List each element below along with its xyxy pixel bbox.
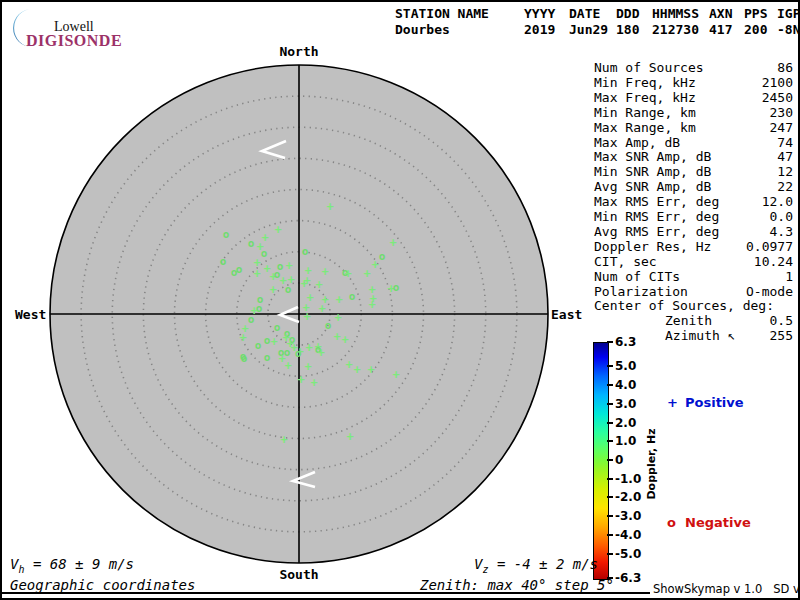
source-marker-positive: +	[392, 369, 399, 381]
source-marker-positive: +	[270, 336, 277, 348]
compass-label-east: East	[551, 307, 582, 322]
source-marker-positive: +	[363, 268, 370, 280]
source-marker-positive: +	[304, 265, 311, 277]
source-marker-positive: +	[353, 364, 360, 376]
source-marker-positive: +	[368, 299, 375, 311]
source-marker-positive: +	[335, 294, 342, 306]
source-marker-negative: o	[349, 291, 356, 303]
source-marker-positive: +	[326, 201, 333, 213]
source-marker-negative: o	[255, 340, 262, 352]
source-marker-negative: o	[274, 269, 281, 281]
source-marker-positive: +	[253, 268, 260, 280]
source-marker-negative: o	[393, 282, 400, 294]
echo-sources-layer: o++o+oo+oo+o++++o+o+++o++oo+o++o++++o++o…	[0, 0, 800, 600]
source-marker-negative: o	[302, 246, 309, 258]
source-marker-positive: +	[269, 284, 276, 296]
source-marker-positive: +	[280, 434, 287, 446]
source-marker-negative: o	[248, 314, 255, 326]
compass-label-south: South	[279, 567, 318, 582]
source-marker-positive: +	[300, 278, 307, 290]
source-marker-positive: +	[285, 260, 292, 272]
source-marker-positive: +	[239, 332, 246, 344]
source-marker-negative: o	[220, 256, 227, 268]
source-marker-positive: +	[367, 364, 374, 376]
source-marker-positive: +	[310, 377, 317, 389]
source-marker-negative: o	[223, 229, 230, 241]
compass-label-west: West	[15, 307, 46, 322]
source-marker-positive: +	[304, 361, 311, 373]
source-marker-negative: o	[248, 238, 255, 250]
source-marker-positive: +	[321, 266, 328, 278]
source-marker-positive: +	[334, 312, 341, 324]
source-marker-negative: o	[379, 251, 386, 263]
source-marker-negative: o	[261, 248, 268, 260]
showskymap-window: Lowell DIGISONDE STATION NAMEDourbesYYYY…	[0, 0, 800, 600]
source-marker-positive: +	[346, 431, 353, 443]
source-marker-positive: +	[341, 334, 348, 346]
source-marker-positive: +	[263, 263, 270, 275]
source-marker-positive: +	[345, 359, 352, 371]
source-marker-positive: +	[344, 268, 351, 280]
source-marker-negative: o	[241, 353, 248, 365]
source-marker-negative: o	[264, 352, 271, 364]
source-marker-positive: +	[287, 274, 294, 286]
source-marker-positive: +	[284, 360, 291, 372]
source-marker-positive: +	[303, 311, 310, 323]
source-marker-positive: +	[389, 237, 396, 249]
source-marker-positive: +	[317, 347, 324, 359]
source-marker-positive: +	[371, 259, 378, 271]
compass-label-north: North	[279, 44, 318, 59]
source-marker-positive: +	[315, 279, 322, 291]
source-marker-positive: +	[274, 224, 281, 236]
source-marker-negative: o	[295, 348, 302, 360]
source-marker-positive: +	[305, 342, 312, 354]
source-marker-positive: +	[318, 303, 325, 315]
source-marker-negative: o	[325, 320, 332, 332]
source-marker-negative: o	[264, 335, 271, 347]
source-marker-negative: o	[231, 267, 238, 279]
source-marker-negative: o	[284, 347, 291, 359]
source-marker-positive: +	[333, 331, 340, 343]
source-marker-positive: +	[297, 374, 304, 386]
source-marker-negative: o	[274, 322, 281, 334]
